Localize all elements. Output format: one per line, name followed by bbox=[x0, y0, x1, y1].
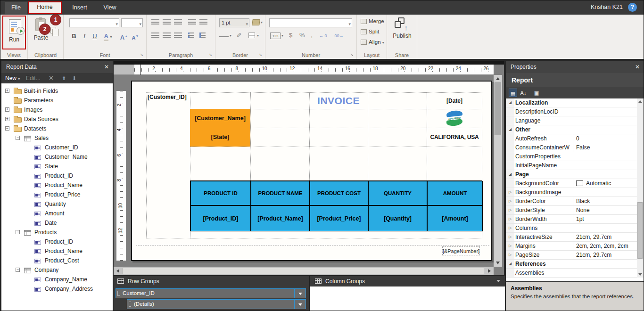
tree-item-quantity[interactable]: Quantity bbox=[1, 199, 113, 209]
product-header-cell-product-name[interactable]: PRODUCT NAME bbox=[251, 181, 310, 205]
property-row-borderwidth[interactable]: ▷BorderWidth1pt bbox=[506, 215, 644, 224]
column-groups-menu-icon[interactable] bbox=[496, 280, 500, 282]
collapse-icon[interactable]: ◢ bbox=[506, 125, 514, 134]
tree-item-images[interactable]: +Images bbox=[1, 105, 113, 115]
tree-item-built-in-fields[interactable]: +Built-in Fields bbox=[1, 86, 113, 96]
vertical-scrollbar[interactable] bbox=[494, 75, 502, 267]
product-field-cell-quantity[interactable]: [Quantity] bbox=[368, 205, 427, 231]
product-table[interactable]: PRODUCT IDPRODUCT NAMEPRODUCT COSTQUANTI… bbox=[190, 180, 482, 231]
scroll-down-icon[interactable] bbox=[638, 273, 642, 276]
expand-icon[interactable]: ▷ bbox=[506, 251, 514, 259]
property-value[interactable]: 0 bbox=[573, 134, 637, 143]
split-button[interactable]: Split bbox=[361, 27, 379, 36]
alphabetical-sort-icon[interactable]: A↓ bbox=[519, 89, 528, 97]
align-top-icon[interactable] bbox=[151, 19, 159, 25]
tree-item-company-name[interactable]: Company_Name bbox=[1, 275, 113, 284]
report-page[interactable]: [Customer_ID] INVOICE [Date] [Customer_N… bbox=[131, 81, 492, 261]
customer-id-textbox[interactable]: [Customer_ID] bbox=[146, 92, 190, 109]
product-field-cell-product-id[interactable]: [Product_ID] bbox=[190, 205, 251, 231]
categorized-view-icon[interactable]: ▦ bbox=[509, 89, 517, 97]
property-category-localization[interactable]: ◢Localization bbox=[506, 98, 644, 107]
tab-view[interactable]: View bbox=[98, 2, 122, 14]
property-row-margins[interactable]: ▷Margins2cm, 2cm, 2cm, 2cm bbox=[506, 242, 644, 251]
property-category-page[interactable]: ◢Page bbox=[506, 170, 644, 179]
location-textbox[interactable]: CALIFORNIA, USA bbox=[427, 128, 482, 147]
delete-icon[interactable]: ✕ bbox=[49, 73, 54, 83]
align-middle-icon[interactable] bbox=[163, 19, 171, 25]
grow-font-button[interactable]: A▲ bbox=[119, 32, 129, 41]
percent-icon[interactable]: % bbox=[299, 32, 305, 39]
property-category-references[interactable]: ◢References bbox=[506, 260, 644, 269]
increase-indent-icon[interactable] bbox=[199, 19, 207, 25]
property-row-autorefresh[interactable]: AutoRefresh0 bbox=[506, 134, 644, 143]
decrease-indent-icon[interactable] bbox=[188, 19, 196, 25]
property-row-bordercolor[interactable]: ▷BorderColorBlack bbox=[506, 197, 644, 206]
move-up-icon[interactable]: ⬆ bbox=[62, 73, 66, 83]
align-bottom-icon[interactable] bbox=[174, 19, 182, 25]
collapse-icon[interactable]: ◢ bbox=[506, 98, 514, 107]
property-row-columns[interactable]: ▷Columns bbox=[506, 224, 644, 233]
company-logo-image[interactable]: APIDROID bbox=[427, 109, 482, 128]
hscroll-thumb[interactable] bbox=[122, 268, 484, 274]
vscroll-thumb[interactable] bbox=[495, 82, 501, 135]
tree-item-date[interactable]: Date bbox=[1, 218, 113, 228]
property-row-customproperties[interactable]: CustomProperties bbox=[506, 152, 644, 161]
scroll-up-icon[interactable] bbox=[496, 77, 500, 80]
comma-icon[interactable]: , bbox=[311, 31, 313, 39]
collapse-icon[interactable]: − bbox=[16, 230, 20, 234]
number-format-combo[interactable]: ▾ bbox=[269, 18, 352, 27]
expand-icon[interactable]: ▷ bbox=[506, 197, 514, 205]
property-row-consumecontainerw[interactable]: ConsumeContainerWFalse bbox=[506, 143, 644, 152]
scroll-up-icon[interactable] bbox=[638, 100, 642, 103]
bold-button[interactable]: B bbox=[69, 32, 79, 41]
expand-icon[interactable]: ▷ bbox=[506, 233, 514, 241]
tree-item-product-name[interactable]: Product_Name bbox=[1, 180, 113, 190]
new-button[interactable]: New ▾ bbox=[5, 73, 20, 84]
tree-item-company-address[interactable]: Company_Address bbox=[1, 284, 113, 294]
tree-item-sales[interactable]: −Sales bbox=[1, 133, 113, 143]
property-row-initialpagename[interactable]: InitialPageName bbox=[506, 161, 644, 170]
tab-home[interactable]: Home bbox=[28, 1, 62, 14]
row-group-dropdown[interactable] bbox=[294, 300, 305, 309]
border-width-combo[interactable]: 1 pt▾ bbox=[219, 18, 249, 27]
numbered-list-icon[interactable] bbox=[199, 33, 206, 38]
run-button[interactable]: Run bbox=[3, 16, 25, 49]
tree-item-product-name[interactable]: Product_Name bbox=[1, 246, 113, 256]
copy-icon[interactable] bbox=[50, 27, 56, 33]
font-name-combo[interactable]: ▾ bbox=[69, 18, 119, 27]
tree-item-customer-name[interactable]: Customer_Name bbox=[1, 152, 113, 162]
tree-item-amount[interactable]: Amount bbox=[1, 209, 113, 218]
property-value[interactable]: 21cm, 29.7cm bbox=[573, 251, 637, 259]
property-row-backgroundcolor[interactable]: BackgroundColorAutomatic bbox=[506, 179, 644, 188]
expand-icon[interactable]: + bbox=[5, 89, 9, 93]
property-row-pagesize[interactable]: ▷PageSize21cm, 29.7cm bbox=[506, 251, 644, 260]
currency-icon[interactable]: $ bbox=[289, 32, 292, 39]
date-textbox[interactable]: [Date] bbox=[427, 92, 482, 109]
align-button[interactable]: Align ▾ bbox=[361, 37, 384, 47]
property-row-borderstyle[interactable]: ▷BorderStyleNone bbox=[506, 206, 644, 215]
property-pages-icon[interactable]: ▣ bbox=[532, 89, 541, 97]
property-value[interactable]: False bbox=[573, 143, 637, 152]
row-group-item-customer-id[interactable]: Customer_ID bbox=[116, 288, 306, 298]
property-row-interactivesize[interactable]: ▷InteractiveSize21cm, 29.7cm bbox=[506, 233, 644, 242]
tree-item-products[interactable]: −Products bbox=[1, 228, 113, 237]
tree-item-product-price[interactable]: Product_Price bbox=[1, 190, 113, 199]
font-size-combo[interactable]: ▾ bbox=[121, 18, 143, 27]
align-center-icon[interactable] bbox=[163, 33, 171, 38]
property-row-backgroundimage[interactable]: ▷BackgroundImage bbox=[506, 188, 644, 197]
tree-item-data-sources[interactable]: +Data Sources bbox=[1, 115, 113, 124]
column-groups-area[interactable] bbox=[310, 286, 505, 311]
borders-grid-icon[interactable] bbox=[248, 33, 255, 38]
row-group-dropdown[interactable] bbox=[294, 289, 305, 298]
property-value[interactable]: Automatic bbox=[573, 179, 637, 188]
number-format-icon[interactable]: 123 bbox=[270, 33, 281, 39]
property-row-assemblies[interactable]: Assemblies bbox=[506, 269, 644, 278]
product-header-cell-amount[interactable]: AMOUNT bbox=[427, 181, 483, 205]
edit-button[interactable]: Edit... bbox=[26, 73, 41, 83]
expand-icon[interactable]: ▷ bbox=[506, 242, 514, 250]
collapse-icon[interactable]: ◢ bbox=[506, 170, 514, 179]
product-field-cell-amount[interactable]: [Amount] bbox=[427, 205, 483, 231]
property-category-other[interactable]: ◢Other bbox=[506, 125, 644, 134]
italic-button[interactable]: I bbox=[80, 32, 89, 41]
product-header-cell-product-id[interactable]: PRODUCT ID bbox=[190, 181, 251, 205]
